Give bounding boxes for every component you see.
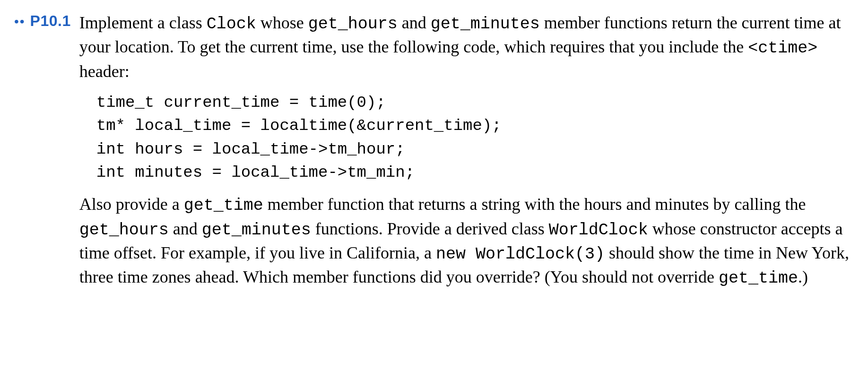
paragraph-1: Implement a class Clock whose get_hours … bbox=[79, 11, 854, 83]
code-inline: WorldClock bbox=[549, 221, 648, 240]
problem-label: •• P10.1 bbox=[14, 11, 71, 30]
code-block: time_t current_time = time(0); tm* local… bbox=[96, 91, 854, 184]
problem-body: Implement a class Clock whose get_hours … bbox=[79, 11, 854, 293]
text-run: .) bbox=[798, 267, 808, 286]
code-inline: get_time bbox=[719, 269, 798, 288]
text-run: functions. Provide a derived class bbox=[311, 219, 549, 238]
code-inline: get_hours bbox=[79, 221, 169, 240]
difficulty-bullets: •• bbox=[14, 15, 26, 28]
code-inline: get_minutes bbox=[202, 221, 311, 240]
text-run: whose bbox=[256, 13, 308, 32]
text-run: Implement a class bbox=[79, 13, 207, 32]
code-inline: <ctime> bbox=[748, 39, 817, 58]
code-inline: get_time bbox=[184, 196, 263, 215]
code-inline: Clock bbox=[207, 15, 256, 34]
text-run: and bbox=[169, 219, 202, 238]
code-inline: get_hours bbox=[308, 15, 398, 34]
text-run: Also provide a bbox=[79, 195, 184, 214]
text-run: member function that returns a string wi… bbox=[263, 195, 806, 214]
code-inline: new WorldClock(3) bbox=[436, 245, 605, 264]
paragraph-2: Also provide a get_time member function … bbox=[79, 193, 854, 290]
text-run: header: bbox=[79, 62, 130, 81]
problem-number: P10.1 bbox=[30, 12, 71, 30]
code-inline: get_minutes bbox=[431, 15, 540, 34]
text-run: and bbox=[398, 13, 431, 32]
problem-container: •• P10.1 Implement a class Clock whose g… bbox=[14, 11, 854, 293]
